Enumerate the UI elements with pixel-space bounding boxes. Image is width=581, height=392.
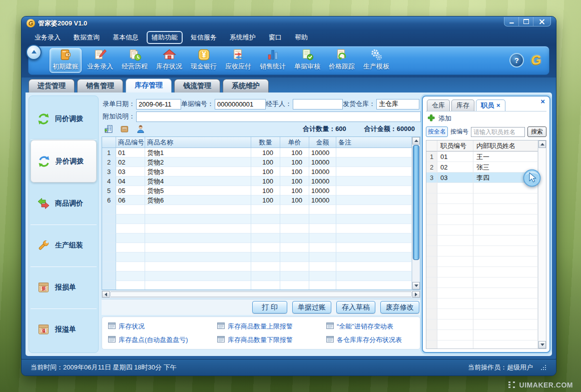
side-panel-close-icon[interactable]: × xyxy=(540,98,545,105)
toolbar-button-2[interactable]: 经营历程 xyxy=(119,48,151,73)
items-empty-row[interactable] xyxy=(102,205,412,214)
scroll-down-button[interactable] xyxy=(538,341,546,348)
quick-link-3[interactable]: 库存盘点(自动盘盈盘亏) xyxy=(108,336,217,344)
minimize-button[interactable] xyxy=(504,17,519,26)
help-icon[interactable]: ? xyxy=(509,53,524,68)
action-button-2[interactable]: 存入草稿 xyxy=(336,301,375,314)
items-empty-row[interactable] xyxy=(102,272,412,281)
staff-empty-row[interactable] xyxy=(426,267,538,278)
toolbar-button-4[interactable]: ¥现金银行 xyxy=(188,48,220,73)
items-vertical-scrollbar[interactable] xyxy=(412,137,420,290)
staff-empty-row[interactable] xyxy=(426,183,538,194)
scroll-right-button[interactable] xyxy=(412,291,420,298)
staff-empty-row[interactable] xyxy=(426,298,538,309)
staff-empty-row[interactable] xyxy=(426,340,538,348)
quick-link-0[interactable]: 库存状况 xyxy=(108,322,217,331)
items-row[interactable]: 101货物110010010000 xyxy=(102,148,412,158)
filter-by-fullname-button[interactable]: 按全名 xyxy=(426,126,448,137)
scroll-left-button[interactable] xyxy=(102,291,110,298)
menu-item-2[interactable]: 基本信息 xyxy=(108,31,144,44)
staff-empty-row[interactable] xyxy=(426,236,538,246)
add-staff-button[interactable]: 添加 xyxy=(426,112,546,125)
staff-empty-row[interactable] xyxy=(426,256,538,267)
items-empty-row[interactable] xyxy=(102,252,412,262)
action-button-0[interactable]: 打 印 xyxy=(252,301,287,314)
toolbar-button-3[interactable]: 库存状况 xyxy=(153,48,185,73)
action-button-3[interactable]: 废弃修改 xyxy=(380,301,419,314)
staff-search-input[interactable] xyxy=(471,127,525,137)
tab-close-icon[interactable]: × xyxy=(496,102,500,109)
staff-empty-row[interactable] xyxy=(426,214,538,225)
staff-empty-row[interactable] xyxy=(426,309,538,320)
collapse-toolbar-button[interactable] xyxy=(26,44,42,60)
scroll-up-button[interactable] xyxy=(538,140,546,148)
items-horizontal-scrollbar[interactable] xyxy=(102,290,420,298)
scrollbar-thumb[interactable] xyxy=(110,292,412,297)
items-empty-row[interactable] xyxy=(102,224,412,234)
staff-empty-row[interactable] xyxy=(426,225,538,236)
quick-link-5[interactable]: 各仓库库存分布状况表 xyxy=(326,336,420,344)
module-tab-1[interactable]: 销售管理 xyxy=(77,79,123,92)
items-empty-row[interactable] xyxy=(102,234,412,243)
quick-link-1[interactable]: 库存商品数量上限报警 xyxy=(217,322,326,331)
filter-by-code-button[interactable]: 按编号 xyxy=(450,128,468,136)
toolbar-button-1[interactable]: 业务录入 xyxy=(84,48,116,73)
toolbar-button-6[interactable]: 销售统计 xyxy=(257,48,289,73)
items-empty-row[interactable] xyxy=(102,281,412,290)
staff-search-button[interactable]: 搜索 xyxy=(527,126,546,137)
staff-empty-row[interactable] xyxy=(426,320,538,330)
sidebar-item-2[interactable]: 商品调价 xyxy=(31,182,97,224)
side-panel-tab-2[interactable]: 职员× xyxy=(476,100,505,112)
handler-field-input[interactable] xyxy=(293,99,343,110)
sidebar-item-4[interactable]: 损报损单 xyxy=(31,267,97,309)
staff-row[interactable]: 101王一 xyxy=(426,152,538,162)
quick-link-2[interactable]: “全能”进销存变动表 xyxy=(326,322,420,331)
quick-link-4[interactable]: 库存商品数量下限报警 xyxy=(217,336,326,344)
items-empty-row[interactable] xyxy=(102,214,412,224)
sidebar-item-0[interactable]: 同价调拨 xyxy=(31,98,97,140)
toolbar-button-7[interactable]: 单据审核 xyxy=(291,48,323,73)
action-button-1[interactable]: 单据过账 xyxy=(292,301,331,314)
scrollbar-thumb[interactable] xyxy=(413,145,419,260)
side-panel-tab-0[interactable]: 仓库 xyxy=(427,100,450,112)
side-panel-tab-1[interactable]: 库存 xyxy=(451,100,474,112)
staff-empty-row[interactable] xyxy=(426,204,538,214)
sidebar-item-5[interactable]: 溢报溢单 xyxy=(31,309,97,350)
module-tab-4[interactable]: 系统维护 xyxy=(223,79,269,92)
ship-warehouse-field-input[interactable] xyxy=(376,99,419,110)
staff-empty-row[interactable] xyxy=(426,278,538,288)
items-row[interactable]: 303货物310010010000 xyxy=(102,167,412,176)
doc-number-field-input[interactable] xyxy=(215,99,266,110)
module-tab-0[interactable]: 进货管理 xyxy=(29,79,75,92)
module-tab-3[interactable]: 钱流管理 xyxy=(174,79,220,92)
menu-item-0[interactable]: 业务录入 xyxy=(30,31,66,44)
staff-empty-row[interactable] xyxy=(426,246,538,256)
module-tab-2[interactable]: 库存管理 xyxy=(126,78,172,92)
toolbar-button-8[interactable]: 价格跟踪 xyxy=(326,48,358,73)
menu-item-5[interactable]: 系统维护 xyxy=(225,31,261,44)
close-button[interactable] xyxy=(533,17,550,26)
items-row[interactable]: 505货物510010010000 xyxy=(102,186,412,196)
items-empty-row[interactable] xyxy=(102,243,412,252)
scroll-down-button[interactable] xyxy=(412,282,420,290)
staff-mini-icon[interactable] xyxy=(136,124,146,134)
maximize-button[interactable] xyxy=(519,17,533,26)
staff-empty-row[interactable] xyxy=(426,330,538,340)
menu-item-1[interactable]: 数据查询 xyxy=(69,31,105,44)
resize-grip[interactable] xyxy=(539,364,547,372)
menu-item-3[interactable]: 辅助功能 xyxy=(147,31,183,44)
staff-empty-row[interactable] xyxy=(426,288,538,298)
sidebar-item-3[interactable]: 生产组装 xyxy=(31,225,97,267)
warehouse-mini-icon[interactable] xyxy=(104,124,114,134)
sidebar-item-1[interactable]: 异价调拨 xyxy=(31,140,97,182)
staff-row[interactable]: 303李四 xyxy=(426,172,538,183)
toolbar-button-9[interactable]: 生产模板 xyxy=(360,48,392,73)
menu-item-7[interactable]: 帮助 xyxy=(290,31,313,44)
staff-empty-row[interactable] xyxy=(426,194,538,204)
menu-item-4[interactable]: 短信服务 xyxy=(186,31,222,44)
items-row[interactable]: 606货物610010010000 xyxy=(102,196,412,205)
toolbar-button-5[interactable]: 应收应付 xyxy=(222,48,254,73)
items-row[interactable]: 202货物210010010000 xyxy=(102,158,412,167)
stock-mini-icon[interactable] xyxy=(120,124,130,134)
toolbar-button-0[interactable]: 初期建账 xyxy=(50,48,82,73)
